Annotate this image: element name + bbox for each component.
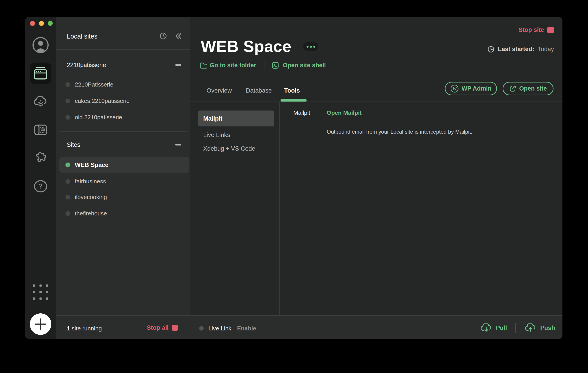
plus-icon [30,313,51,335]
site-row-label: fairbusiness [75,178,106,185]
minimize-window-button[interactable] [39,21,44,26]
site-list-panel: Local sites 2210patisserie 2210Patisseri… [56,17,190,339]
sidebar-item-addons[interactable] [34,152,48,165]
wp-admin-button[interactable]: W WP Admin [445,82,497,95]
open-site-label: Open site [519,85,547,92]
sidebar-item-local-sites[interactable] [30,63,51,84]
site-row-label: 2210Patisserie [75,81,113,88]
page-title: WEB Space [201,37,292,56]
site-status-dot [65,179,70,184]
cloud-download-icon [481,323,492,332]
sidebar-item-blueprints[interactable] [34,124,47,136]
live-link-enable-button[interactable]: Enable [237,325,256,332]
go-to-site-folder-link[interactable]: Go to site folder [210,62,256,69]
site-group-header[interactable]: Sites [67,141,80,148]
stop-square-icon [547,27,554,33]
pull-label: Pull [496,325,507,331]
stop-square-icon [172,325,178,331]
app-window: ? Local sites [25,17,562,339]
stop-site-button[interactable]: Stop site [519,26,554,33]
external-link-icon [509,85,516,92]
site-row-label: thefirehouse [75,210,107,217]
local-sites-icon [30,67,51,80]
live-link-status-dot [199,326,204,331]
help-icon: ? [34,180,48,192]
pull-button[interactable]: Pull [481,323,507,332]
menu-dot [310,46,312,48]
puzzle-icon [34,152,48,165]
site-row-label: WEB Space [75,162,108,169]
last-started-row: Last started: Today [488,46,554,53]
running-count: 1 [67,325,70,332]
panel-title: Local sites [67,33,97,40]
recent-sites-icon[interactable] [160,32,167,40]
cloud-upload-icon [525,323,536,332]
tab-tools-active[interactable]: Tools [284,87,300,94]
active-tab-underline [281,99,306,102]
sites-running-status: 1 site running [67,325,102,332]
mailpit-section-title: Mailpit [293,109,310,116]
zoom-window-button[interactable] [48,21,53,26]
apps-grid-icon[interactable] [33,285,48,300]
site-row-label: cakes.2210patisserie [75,97,129,105]
status-bar: 1 site running Stop all Live Link Enable… [56,315,562,339]
open-mailpit-link[interactable]: Open Mailpit [327,109,362,116]
open-site-shell-link[interactable]: Open site shell [283,62,326,69]
sidebar-item-help[interactable]: ? [34,180,48,192]
site-status-dot [65,99,70,103]
folder-icon [200,62,207,69]
site-status-dot [65,195,70,200]
site-row-label: ilovecooking [75,194,107,201]
close-window-button[interactable] [30,21,35,26]
site-row-selected[interactable]: WEB Space [59,157,189,173]
tab-overview[interactable]: Overview [207,87,232,94]
sidebar-item-connect[interactable] [33,96,48,108]
collapse-group-icon[interactable] [175,64,181,66]
wp-admin-label: WP Admin [462,85,492,92]
live-link-label: Live Link [208,325,231,332]
terminal-icon [272,62,279,69]
stop-site-label: Stop site [519,26,544,33]
wordpress-icon: W [451,85,459,93]
tools-nav-item-xdebug[interactable]: Xdebug + VS Code [203,145,255,152]
tools-nav-item-live-links[interactable]: Live Links [203,132,230,139]
tab-database[interactable]: Database [246,87,272,94]
cloud-deploy-icon [33,96,48,108]
tools-nav-label: Mailpit [203,115,222,122]
push-label: Push [540,325,555,331]
collapse-group-icon[interactable] [175,144,181,146]
site-status-dot [65,211,70,216]
svg-text:W: W [452,86,457,91]
open-site-button[interactable]: Open site [503,82,554,95]
site-status-dot [65,115,70,120]
add-site-button[interactable] [30,313,51,335]
site-group-header[interactable]: 2210patisserie [67,62,106,69]
stop-all-button[interactable]: Stop all [147,324,178,331]
account-avatar-icon[interactable] [32,37,49,53]
menu-dot [313,46,315,48]
site-running-dot [65,162,70,167]
collapse-panel-icon[interactable] [175,33,182,40]
last-started-label: Last started: [498,46,534,53]
site-status-dot [65,82,70,87]
last-started-value: Today [538,46,554,53]
mailpit-description: Outbound email from your Local site is i… [327,129,472,135]
tools-nav-item-mailpit-active[interactable]: Mailpit [198,110,274,127]
site-row-label: old.2210patisserie [75,114,122,121]
blueprint-icon [34,124,47,136]
clock-icon [488,46,494,53]
svg-text:?: ? [38,182,43,190]
menu-dot [306,46,309,48]
icon-rail: ? [25,17,56,339]
running-label: site running [72,325,102,332]
stop-all-label: Stop all [147,324,169,331]
site-options-menu-button[interactable] [303,42,318,51]
push-button[interactable]: Push [525,323,555,332]
